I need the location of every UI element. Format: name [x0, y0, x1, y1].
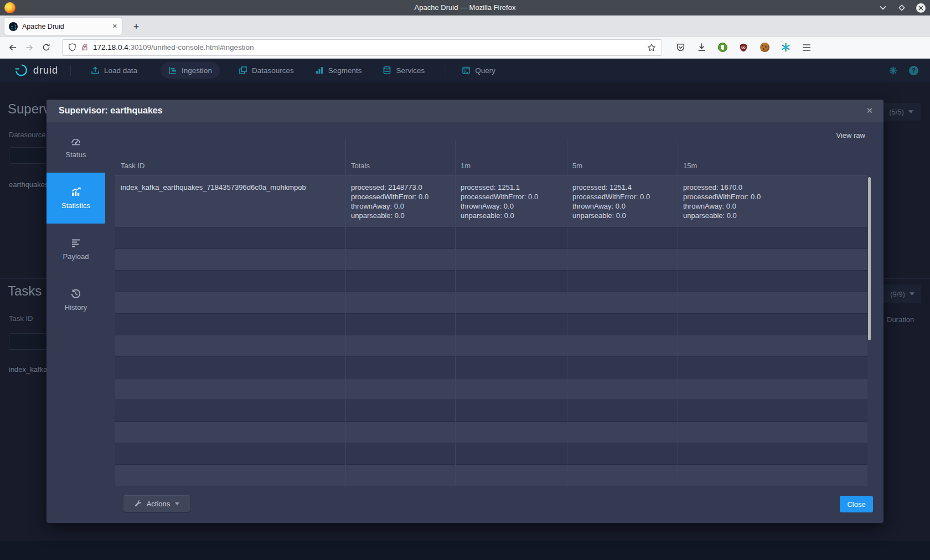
column-header-totals: Totals: [345, 139, 455, 175]
view-raw-link[interactable]: View raw: [836, 131, 865, 139]
cell-15m: processed: 1670.0 processedWithError: 0.…: [678, 176, 867, 227]
actions-button[interactable]: Actions: [123, 495, 190, 512]
wrench-icon: [134, 500, 142, 507]
duration-column-header: Duration: [887, 315, 914, 324]
pocket-icon[interactable]: [675, 43, 685, 53]
maximize-button[interactable]: [897, 3, 907, 13]
cookie-extension-icon[interactable]: [760, 43, 769, 53]
cell-totals: processed: 2148773.0 processedWithError:…: [345, 176, 455, 227]
empty-table-row: [115, 292, 867, 313]
tasks-refresh-dropdown: (9/9): [884, 284, 921, 303]
shield-icon[interactable]: [68, 43, 76, 51]
nav-item-label: Services: [396, 66, 425, 75]
bookmark-star-icon[interactable]: [647, 43, 656, 52]
nav-item-label: Ingestion: [182, 66, 212, 75]
tab-title: Apache Druid: [22, 23, 108, 30]
browser-tab[interactable]: Apache Druid ✕: [4, 18, 122, 35]
table-header-row: Task ID Totals 1m 5m 15m: [115, 139, 867, 176]
column-divider: [455, 139, 456, 486]
ublock-origin-icon[interactable]: UO: [738, 43, 748, 53]
datasource-cell-value: earthquakes: [9, 180, 49, 189]
svg-text:?: ?: [912, 67, 916, 74]
menu-hamburger-icon[interactable]: [802, 43, 812, 53]
datasources-icon: [239, 66, 247, 75]
nav-item-ingestion[interactable]: Ingestion: [161, 62, 220, 79]
druid-navbar: druid Load data Ingestion Datasources Se…: [0, 59, 930, 82]
screen: Apache Druid — Mozilla Firefox Apache Dr…: [0, 0, 930, 560]
ingestion-icon: [168, 66, 177, 75]
empty-table-row: [115, 400, 867, 421]
privacy-badger-icon[interactable]: [717, 43, 727, 53]
close-window-icon: [916, 3, 926, 13]
tab-close-icon[interactable]: ✕: [112, 23, 117, 30]
column-divider: [567, 139, 567, 486]
close-button[interactable]: Close: [840, 496, 873, 512]
column-header-15m: 15m: [678, 139, 867, 175]
tab-label: Status: [66, 151, 86, 159]
supervisor-dialog: Supervisor: earthquakes ✕ Status: [46, 100, 884, 523]
empty-table-row: [115, 248, 867, 270]
nav-item-services[interactable]: Services: [375, 62, 432, 79]
nav-item-segments[interactable]: Segments: [307, 62, 370, 79]
downloads-icon[interactable]: [696, 43, 706, 53]
empty-table-row: [115, 421, 867, 443]
nav-item-load-data[interactable]: Load data: [83, 62, 145, 79]
reload-button[interactable]: [38, 39, 54, 56]
cell-1m: processed: 1251.1 processedWithError: 0.…: [455, 176, 567, 227]
window-titlebar: Apache Druid — Mozilla Firefox: [0, 0, 930, 15]
datasource-column-header: Datasource: [9, 131, 45, 139]
forward-button[interactable]: [21, 39, 38, 56]
actions-label: Actions: [147, 500, 170, 508]
window-title: Apache Druid — Mozilla Firefox: [0, 0, 930, 15]
tab-status[interactable]: Status: [46, 122, 105, 173]
minimize-button[interactable]: [878, 3, 888, 13]
query-icon: [462, 66, 471, 75]
table-scrollbar[interactable]: [868, 177, 871, 340]
dialog-side-tabs: Status Statistics Payload: [46, 122, 105, 325]
history-clock-icon: [70, 288, 81, 299]
tab-payload[interactable]: Payload: [46, 224, 105, 274]
insecure-lock-icon[interactable]: [81, 43, 89, 51]
druid-brand-label: druid: [33, 65, 58, 76]
new-tab-button[interactable]: +: [128, 19, 144, 34]
services-icon: [383, 66, 391, 75]
empty-table-row: [115, 270, 867, 292]
column-header-task-id: Task ID: [115, 139, 345, 175]
column-header-5m: 5m: [567, 139, 678, 175]
dialog-close-icon[interactable]: ✕: [864, 105, 876, 117]
column-header-1m: 1m: [455, 139, 567, 175]
nav-item-query[interactable]: Query: [454, 62, 503, 79]
url-path: :30109/unified-console.html#ingestion: [128, 43, 254, 51]
druid-brand[interactable]: druid: [14, 63, 58, 77]
cell-task-id: index_kafka_earthquakes_7184357396d6c0a_…: [115, 176, 345, 227]
nav-item-datasources[interactable]: Datasources: [231, 62, 302, 79]
empty-table-row: [115, 227, 867, 248]
supervisors-count: (5/5): [889, 108, 904, 116]
task-id-column-header: Task ID: [9, 314, 33, 323]
settings-gear-icon[interactable]: [888, 65, 898, 76]
close-window-button[interactable]: [916, 3, 926, 13]
back-button[interactable]: [4, 39, 21, 56]
help-icon[interactable]: ?: [908, 65, 919, 76]
cell-5m: processed: 1251.4 processedWithError: 0.…: [567, 176, 678, 227]
tab-statistics[interactable]: Statistics: [46, 173, 105, 224]
url-toolbar: 172.18.0.4:30109/unified-console.html#in…: [0, 37, 930, 59]
nav-item-label: Datasources: [252, 66, 294, 75]
url-input[interactable]: 172.18.0.4:30109/unified-console.html#in…: [62, 39, 662, 56]
asterisk-extension-icon[interactable]: [781, 43, 790, 53]
tab-label: History: [65, 303, 87, 312]
nav-divider: [70, 65, 71, 76]
nav-item-label: Query: [475, 66, 495, 75]
tab-label: Statistics: [61, 201, 90, 210]
statistics-chart-icon: [70, 186, 81, 198]
segments-icon: [315, 66, 324, 75]
statistics-table: Task ID Totals 1m 5m 15m index_kafka_ear…: [115, 139, 867, 486]
dialog-header: Supervisor: earthquakes ✕: [46, 100, 884, 122]
tasks-count: (9/9): [890, 290, 905, 298]
tab-bar: Apache Druid ✕ +: [0, 15, 930, 37]
svg-text:UO: UO: [741, 45, 746, 49]
tab-history[interactable]: History: [46, 274, 105, 325]
empty-table-row: [115, 313, 867, 335]
druid-logo-icon: [14, 63, 29, 77]
tasks-heading: Tasks: [8, 283, 42, 299]
